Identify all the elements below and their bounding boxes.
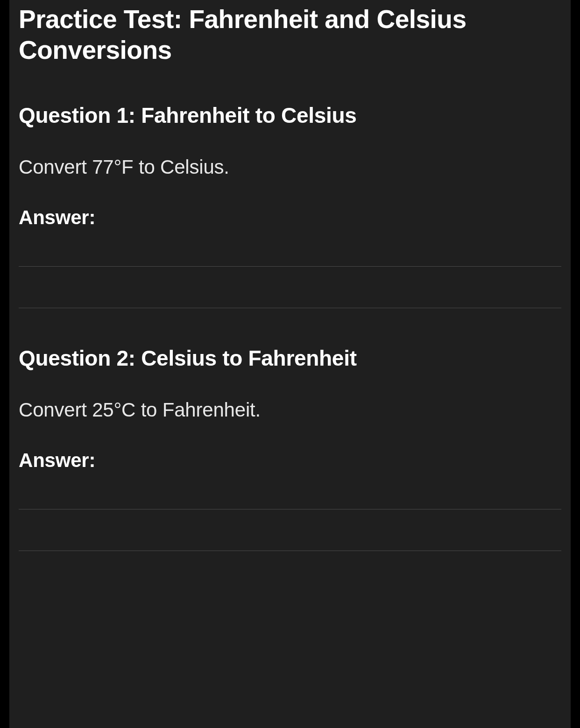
question-1-prompt: Convert 77°F to Celsius.	[19, 156, 561, 178]
page-title: Practice Test: Fahrenheit and Celsius Co…	[19, 0, 561, 65]
question-1-answer-label: Answer:	[19, 206, 561, 229]
question-1-heading: Question 1: Fahrenheit to Celsius	[19, 103, 561, 128]
question-2-answer-label: Answer:	[19, 449, 561, 472]
question-2-heading: Question 2: Celsius to Fahrenheit	[19, 346, 561, 371]
divider	[19, 308, 561, 308]
document-container: Practice Test: Fahrenheit and Celsius Co…	[9, 0, 571, 728]
divider	[19, 266, 561, 267]
divider	[19, 509, 561, 509]
question-2-prompt: Convert 25°C to Fahrenheit.	[19, 399, 561, 421]
divider	[19, 551, 561, 551]
